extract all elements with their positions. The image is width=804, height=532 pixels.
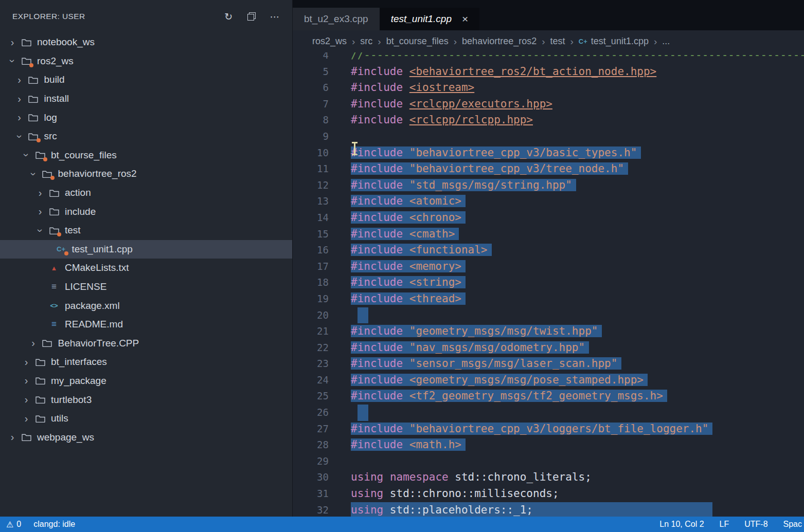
- line-number[interactable]: 31: [293, 486, 329, 502]
- breadcrumb-item-...[interactable]: ...: [662, 36, 670, 47]
- code-line-31[interactable]: 31using std::chrono::milliseconds;: [293, 486, 804, 502]
- tree-item-log[interactable]: ›log: [0, 108, 292, 127]
- code-line-8[interactable]: 8#include <rclcpp/rclcpp.hpp>: [293, 112, 804, 129]
- chevron-right-icon[interactable]: ›: [14, 112, 25, 123]
- code-line-5[interactable]: 5#include <behaviortree_ros2/bt_action_n…: [293, 64, 804, 80]
- code-line-10[interactable]: 10#include "behaviortree_cpp_v3/basic_ty…: [293, 145, 804, 161]
- line-number[interactable]: 4: [293, 52, 329, 64]
- line-number[interactable]: 24: [293, 372, 329, 389]
- eol-indicator[interactable]: LF: [720, 520, 729, 529]
- tree-item-package.xml[interactable]: <>package.xml: [0, 296, 292, 315]
- problems-indicator[interactable]: ⚠0: [6, 520, 21, 529]
- line-number[interactable]: 9: [293, 129, 329, 145]
- code-line-25[interactable]: 25#include <tf2_geometry_msgs/tf2_geomet…: [293, 388, 804, 405]
- line-number[interactable]: 22: [293, 340, 329, 356]
- tree-item-README.md[interactable]: ≡README.md: [0, 315, 292, 334]
- chevron-right-icon[interactable]: ›: [35, 206, 45, 217]
- tree-item-include[interactable]: ›include: [0, 202, 292, 221]
- chevron-down-icon[interactable]: ›: [34, 225, 46, 235]
- tree-item-test[interactable]: ›test: [0, 221, 292, 240]
- chevron-right-icon[interactable]: ›: [28, 337, 39, 349]
- clangd-status[interactable]: clangd: idle: [33, 520, 75, 529]
- chevron-right-icon[interactable]: ›: [21, 413, 31, 425]
- breadcrumb-item-test[interactable]: test: [550, 36, 565, 47]
- tree-item-behaviortree_ros2[interactable]: ›behaviortree_ros2: [0, 164, 292, 184]
- encoding-indicator[interactable]: UTF-8: [744, 520, 767, 529]
- tree-item-notebook_ws[interactable]: ›notebook_ws: [0, 33, 292, 52]
- line-number[interactable]: 21: [293, 323, 329, 340]
- tree-item-my_package[interactable]: ›my_package: [0, 372, 292, 391]
- code-line-6[interactable]: 6#include <iostream>: [293, 80, 804, 96]
- line-number[interactable]: 11: [293, 161, 329, 177]
- code-line-15[interactable]: 15#include <cmath>: [293, 226, 804, 243]
- tree-item-LICENSE[interactable]: ≡LICENSE: [0, 278, 292, 297]
- collapse-folders-icon[interactable]: [247, 11, 256, 23]
- code-line-21[interactable]: 21#include "geometry_msgs/msg/twist.hpp": [293, 323, 804, 340]
- code-line-30[interactable]: 30using namespace std::chrono_literals;: [293, 469, 804, 486]
- chevron-right-icon[interactable]: ›: [21, 356, 31, 368]
- chevron-right-icon[interactable]: ›: [14, 93, 25, 105]
- chevron-down-icon[interactable]: ›: [27, 169, 39, 179]
- code-line-23[interactable]: 23#include "sensor_msgs/msg/laser_scan.h…: [293, 356, 804, 372]
- code-line-27[interactable]: 27#include "behaviortree_cpp_v3/loggers/…: [293, 421, 804, 437]
- tree-item-bt_course_files[interactable]: ›bt_course_files: [0, 146, 292, 165]
- chevron-right-icon[interactable]: ›: [14, 74, 25, 86]
- line-number[interactable]: 26: [293, 405, 329, 421]
- code-line-22[interactable]: 22#include "nav_msgs/msg/odometry.hpp": [293, 340, 804, 356]
- tree-item-BehaviorTree.CPP[interactable]: ›BehaviorTree.CPP: [0, 334, 292, 353]
- line-number[interactable]: 25: [293, 388, 329, 405]
- line-number[interactable]: 23: [293, 356, 329, 372]
- code-line-4[interactable]: 4//-------------------------------------…: [293, 52, 804, 64]
- line-number[interactable]: 20: [293, 307, 329, 324]
- chevron-right-icon[interactable]: ›: [21, 394, 31, 406]
- code-line-9[interactable]: 9: [293, 129, 804, 145]
- more-actions-icon[interactable]: ⋯: [270, 11, 280, 23]
- chevron-down-icon[interactable]: ›: [21, 150, 32, 160]
- code-line-14[interactable]: 14#include <chrono>: [293, 210, 804, 226]
- line-number[interactable]: 13: [293, 193, 329, 210]
- code-editor[interactable]: 4//-------------------------------------…: [293, 52, 804, 517]
- breadcrumb-item-test_unit1.cpp[interactable]: C+test_unit1.cpp: [579, 36, 649, 47]
- tree-item-build[interactable]: ›build: [0, 70, 292, 89]
- chevron-right-icon[interactable]: ›: [7, 36, 17, 48]
- code-line-29[interactable]: 29: [293, 453, 804, 470]
- code-line-28[interactable]: 28#include <math.h>: [293, 437, 804, 453]
- chevron-right-icon[interactable]: ›: [21, 375, 31, 387]
- line-number[interactable]: 7: [293, 96, 329, 113]
- line-number[interactable]: 18: [293, 274, 329, 291]
- code-line-26[interactable]: 26: [293, 405, 804, 421]
- tree-item-utils[interactable]: ›utils: [0, 409, 292, 428]
- breadcrumb-item-behaviortree_ros2[interactable]: behaviortree_ros2: [462, 36, 537, 47]
- line-number[interactable]: 29: [293, 453, 329, 470]
- code-line-11[interactable]: 11#include "behaviortree_cpp_v3/tree_nod…: [293, 161, 804, 177]
- cursor-position[interactable]: Ln 10, Col 2: [659, 520, 704, 529]
- tree-item-bt_interfaces[interactable]: ›bt_interfaces: [0, 353, 292, 372]
- tree-item-CMakeLists.txt[interactable]: ▲CMakeLists.txt: [0, 259, 292, 278]
- line-number[interactable]: 32: [293, 502, 329, 517]
- line-number[interactable]: 8: [293, 112, 329, 129]
- tree-item-turtlebot3[interactable]: ›turtlebot3: [0, 390, 292, 409]
- refresh-icon[interactable]: ↻: [224, 11, 233, 23]
- line-number[interactable]: 5: [293, 64, 329, 80]
- code-line-32[interactable]: 32using std::placeholders::_1;: [293, 502, 804, 517]
- tree-item-webpage_ws[interactable]: ›webpage_ws: [0, 428, 292, 447]
- close-icon[interactable]: ×: [462, 13, 468, 25]
- code-line-24[interactable]: 24#include <geometry_msgs/msg/pose_stamp…: [293, 372, 804, 389]
- breadcrumb-item-bt_course_files[interactable]: bt_course_files: [386, 36, 449, 47]
- line-number[interactable]: 17: [293, 259, 329, 275]
- code-line-16[interactable]: 16#include <functional>: [293, 242, 804, 259]
- tab-bt_u2_ex3.cpp[interactable]: bt_u2_ex3.cpp: [293, 8, 380, 30]
- breadcrumb-item-ros2_ws[interactable]: ros2_ws: [312, 36, 347, 47]
- line-number[interactable]: 12: [293, 177, 329, 194]
- code-line-19[interactable]: 19#include <thread>: [293, 291, 804, 307]
- tree-item-test_unit1.cpp[interactable]: C+test_unit1.cpp: [0, 240, 292, 259]
- tree-item-action[interactable]: ›action: [0, 184, 292, 203]
- line-number[interactable]: 10: [293, 145, 329, 161]
- code-line-17[interactable]: 17#include <memory>: [293, 259, 804, 275]
- line-number[interactable]: 28: [293, 437, 329, 453]
- breadcrumb-item-src[interactable]: src: [360, 36, 372, 47]
- line-number[interactable]: 16: [293, 242, 329, 259]
- tree-item-ros2_ws[interactable]: ›ros2_ws: [0, 52, 292, 71]
- code-line-13[interactable]: 13#include <atomic>: [293, 193, 804, 210]
- chevron-down-icon[interactable]: ›: [13, 131, 25, 141]
